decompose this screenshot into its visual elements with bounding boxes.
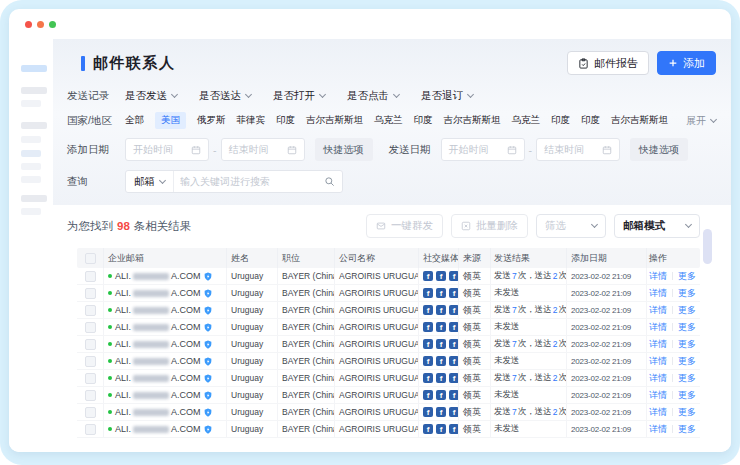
country-option[interactable]: 印度 [276,114,295,127]
query-type-select[interactable]: 邮箱 [126,171,174,192]
filter-dropdown[interactable]: 是否发送 [125,89,177,103]
more-link[interactable]: 更多 [678,270,700,283]
facebook-icon[interactable]: f [423,322,433,332]
detail-link[interactable]: 详情 [649,304,667,317]
more-link[interactable]: 更多 [678,406,700,419]
add-date-quick-options-button[interactable]: 快捷选项 [315,138,373,161]
facebook-icon[interactable]: f [436,271,446,281]
row-checkbox[interactable] [85,322,96,333]
facebook-icon[interactable]: f [436,322,446,332]
scrollbar-thumb[interactable] [703,229,712,264]
detail-link[interactable]: 详情 [649,372,667,385]
send-date-start-input[interactable]: 开始时间 [441,138,525,161]
search-icon[interactable] [324,176,335,187]
facebook-icon[interactable]: f [449,339,459,349]
facebook-icon[interactable]: f [423,356,433,366]
facebook-icon[interactable]: f [436,356,446,366]
window-minimize-button[interactable] [37,21,44,28]
facebook-icon[interactable]: f [436,407,446,417]
facebook-icon[interactable]: f [423,424,433,434]
detail-link[interactable]: 详情 [649,338,667,351]
more-link[interactable]: 更多 [678,338,700,351]
facebook-icon[interactable]: f [423,390,433,400]
more-link[interactable]: 更多 [678,372,700,385]
facebook-icon[interactable]: f [436,288,446,298]
facebook-icon[interactable]: f [436,390,446,400]
facebook-icon[interactable]: f [423,271,433,281]
window-close-button[interactable] [25,21,32,28]
row-checkbox[interactable] [85,356,96,367]
facebook-icon[interactable]: f [423,288,433,298]
facebook-icon[interactable]: f [449,390,459,400]
more-link[interactable]: 更多 [678,355,700,368]
facebook-icon[interactable]: f [436,424,446,434]
facebook-icon[interactable]: f [423,407,433,417]
detail-link[interactable]: 详情 [649,389,667,402]
facebook-icon[interactable]: f [423,339,433,349]
filter-select[interactable]: 筛选 [536,214,606,238]
add-date-end-input[interactable]: 结束时间 [221,138,305,161]
facebook-icon[interactable]: f [449,305,459,315]
row-checkbox[interactable] [85,271,96,282]
facebook-icon[interactable]: f [436,305,446,315]
country-label: 国家/地区 [67,114,125,128]
country-option[interactable]: 美国 [155,112,186,129]
more-link[interactable]: 更多 [678,389,700,402]
window-maximize-button[interactable] [49,21,56,28]
more-link[interactable]: 更多 [678,287,700,300]
facebook-icon[interactable]: f [423,305,433,315]
facebook-icon[interactable]: f [449,356,459,366]
detail-link[interactable]: 详情 [649,287,667,300]
country-option[interactable]: 菲律宾 [237,114,266,127]
detail-link[interactable]: 详情 [649,355,667,368]
facebook-icon[interactable]: f [449,407,459,417]
search-input[interactable] [174,176,324,187]
select-all-checkbox[interactable] [85,253,96,264]
add-date-start-input[interactable]: 开始时间 [125,138,209,161]
filter-dropdown[interactable]: 是否退订 [421,89,473,103]
facebook-icon[interactable]: f [449,424,459,434]
more-link[interactable]: 更多 [678,304,700,317]
bulk-send-button[interactable]: 一键群发 [366,214,443,238]
country-option[interactable]: 全部 [125,114,144,127]
country-option[interactable]: 俄罗斯 [197,114,226,127]
bulk-delete-button[interactable]: 批量删除 [451,214,528,238]
more-link[interactable]: 更多 [678,321,700,334]
row-checkbox[interactable] [85,407,96,418]
country-option[interactable]: 吉尔吉斯斯坦 [444,114,501,127]
facebook-icon[interactable]: f [436,339,446,349]
country-option[interactable]: 印度 [414,114,433,127]
send-date-quick-options-button[interactable]: 快捷选项 [630,138,688,161]
facebook-icon[interactable]: f [449,288,459,298]
facebook-icon[interactable]: f [423,373,433,383]
mailbox-mode-select[interactable]: 邮箱模式 [614,214,700,238]
filter-dropdown[interactable]: 是否点击 [347,89,399,103]
expand-toggle[interactable]: 展开 [686,114,716,128]
country-option[interactable]: 吉尔吉斯斯坦 [611,114,668,127]
facebook-icon[interactable]: f [449,322,459,332]
row-checkbox[interactable] [85,424,96,435]
send-date-end-input[interactable]: 结束时间 [536,138,620,161]
facebook-icon[interactable]: f [449,271,459,281]
detail-link[interactable]: 详情 [649,406,667,419]
facebook-icon[interactable]: f [449,373,459,383]
row-checkbox[interactable] [85,390,96,401]
country-option[interactable]: 乌克兰 [512,114,541,127]
detail-link[interactable]: 详情 [649,423,667,436]
mail-report-button[interactable]: 邮件报告 [567,51,649,75]
country-option[interactable]: 印度 [551,114,570,127]
row-checkbox[interactable] [85,305,96,316]
row-checkbox[interactable] [85,339,96,350]
more-link[interactable]: 更多 [678,423,700,436]
row-checkbox[interactable] [85,288,96,299]
filter-dropdown[interactable]: 是否送达 [199,89,251,103]
detail-link[interactable]: 详情 [649,321,667,334]
add-button[interactable]: 添加 [657,51,716,75]
detail-link[interactable]: 详情 [649,270,667,283]
row-checkbox[interactable] [85,373,96,384]
country-option[interactable]: 乌克兰 [374,114,403,127]
country-option[interactable]: 印度 [581,114,600,127]
facebook-icon[interactable]: f [436,373,446,383]
country-option[interactable]: 吉尔吉斯斯坦 [306,114,363,127]
filter-dropdown[interactable]: 是否打开 [273,89,325,103]
